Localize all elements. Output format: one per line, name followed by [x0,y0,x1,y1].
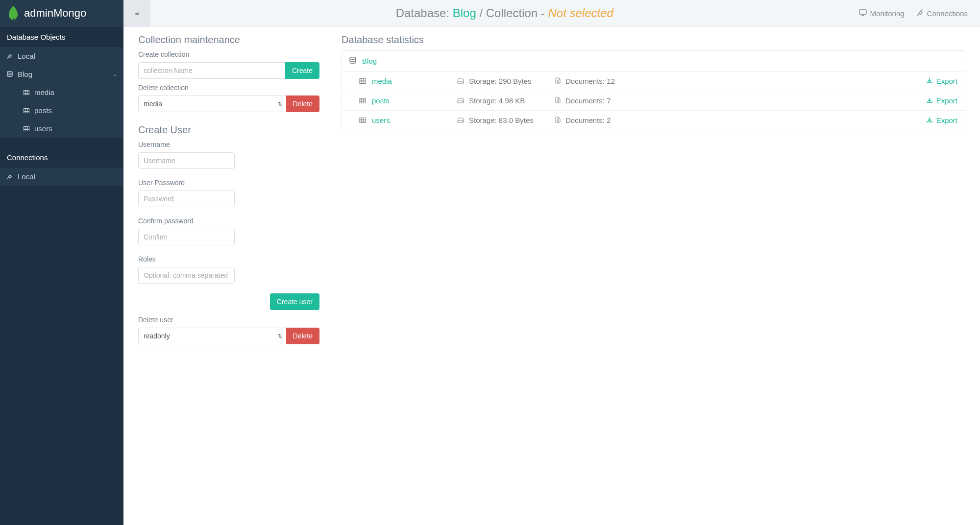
monitoring-label: Monitoring [870,9,905,18]
svg-line-4 [922,9,923,10]
svg-rect-32 [360,98,366,103]
table-icon [24,124,29,133]
sidebar-item-media[interactable]: media [0,83,123,101]
table-icon [359,77,366,85]
plug-icon [917,9,924,18]
file-icon [555,96,561,105]
table-icon [24,88,29,96]
password-label: User Password [138,179,319,187]
export-label: Export [936,96,957,105]
export-button[interactable]: Export [927,77,957,85]
stats-db-header[interactable]: Blog [342,51,965,71]
connections-label: Connections [927,9,968,18]
stats-storage: Storage: 4.98 KB [469,96,525,105]
chevron-down-icon: ⌄ [113,72,117,77]
svg-rect-0 [859,10,866,14]
svg-rect-16 [24,127,29,131]
file-icon [555,116,561,124]
create-collection-input[interactable] [138,62,285,79]
topbar: adminMongo ≡ Database: Blog / Collection… [0,0,980,27]
sidebar-item-blog[interactable]: Blog ⌄ [0,65,123,83]
sidebar-coll-label: users [34,124,52,133]
sidebar-connections-title: Connections [0,147,123,167]
sidebar-local-label: Local [18,52,35,60]
sidebar-item-posts[interactable]: posts [0,101,123,119]
leaf-icon [7,6,19,21]
main-content: Collection maintenance Create collection… [123,27,980,525]
svg-rect-6 [24,91,29,95]
sidebar-objects-title: Database Objects [0,27,123,47]
breadcrumb: Database: Blog / Collection - Not select… [150,6,859,20]
download-icon [927,96,932,105]
topbar-right: Monitoring Connections [859,9,980,18]
export-button[interactable]: Export [927,96,957,105]
brand-text: adminMongo [24,7,86,20]
file-icon [555,77,561,85]
hamburger-icon: ≡ [135,9,139,17]
create-collection-button[interactable]: Create [285,62,319,79]
stats-row: posts Storage: 4.98 KB Documents: 7 [342,91,965,110]
breadcrumb-sep: / Collection - [476,6,548,20]
sidebar-conn-local-label: Local [18,172,35,181]
hdd-icon [457,116,464,124]
svg-rect-42 [360,118,366,123]
monitoring-link[interactable]: Monitoring [859,9,905,18]
confirm-password-label: Confirm password [138,217,319,225]
stats-panel: Blog media Storage: 290 Bytes [342,50,965,130]
delete-collection-label: Delete collection [138,84,319,92]
stats-row: users Storage: 83.0 Bytes Documents: 2 [342,110,965,130]
export-label: Export [936,77,957,85]
breadcrumb-db[interactable]: Blog [453,6,476,20]
stats-storage: Storage: 83.0 Bytes [469,116,534,124]
svg-point-38 [462,101,463,102]
database-icon [349,57,356,65]
sidebar-coll-label: posts [34,106,52,115]
hdd-icon [457,96,464,105]
sidebar-coll-label: media [34,88,54,96]
stats-coll-link[interactable]: posts [372,96,390,105]
password-input[interactable] [138,191,235,207]
svg-point-5 [7,72,12,73]
delete-collection-button[interactable]: Delete [286,95,319,112]
svg-point-21 [350,57,356,60]
export-button[interactable]: Export [927,116,957,124]
breadcrumb-prefix: Database: [396,6,453,20]
database-icon [7,70,13,78]
brand[interactable]: adminMongo [0,0,123,27]
plug-icon [7,172,13,181]
stats-coll-link[interactable]: media [372,77,392,85]
stats-docs: Documents: 12 [565,77,615,85]
create-user-button[interactable]: Create user [270,293,319,310]
svg-rect-11 [24,109,29,113]
delete-collection-select[interactable]: media [138,95,286,112]
download-icon [927,77,932,85]
connections-link[interactable]: Connections [917,9,968,18]
stats-coll-link[interactable]: users [372,116,390,124]
sidebar-item-local[interactable]: Local [0,47,123,65]
stats-row: media Storage: 290 Bytes Documents: 12 [342,71,965,91]
delete-user-button[interactable]: Delete [286,328,319,344]
stats-docs: Documents: 7 [565,96,611,105]
username-input[interactable] [138,152,235,169]
stats-docs: Documents: 2 [565,116,611,124]
delete-user-label: Delete user [138,316,319,324]
sidebar-toggle-button[interactable]: ≡ [123,0,150,27]
sidebar-conn-local[interactable]: Local [0,167,123,186]
db-stats-title: Database statistics [342,34,965,46]
sidebar-item-users[interactable]: users [0,119,123,138]
sidebar: Database Objects Local Blog ⌄ media post… [0,27,123,525]
table-icon [359,116,366,124]
username-label: Username [138,141,319,148]
download-icon [927,116,932,124]
svg-point-48 [462,121,463,122]
stats-db-name: Blog [362,57,377,65]
hdd-icon [457,77,464,85]
delete-user-select[interactable]: readonly [138,328,286,344]
roles-input[interactable] [138,267,235,284]
table-icon [359,96,366,105]
svg-rect-22 [360,79,366,84]
collection-maintenance-title: Collection maintenance [138,34,319,46]
confirm-password-input[interactable] [138,229,235,245]
breadcrumb-collection: Not selected [548,6,613,20]
plug-icon [7,52,13,60]
